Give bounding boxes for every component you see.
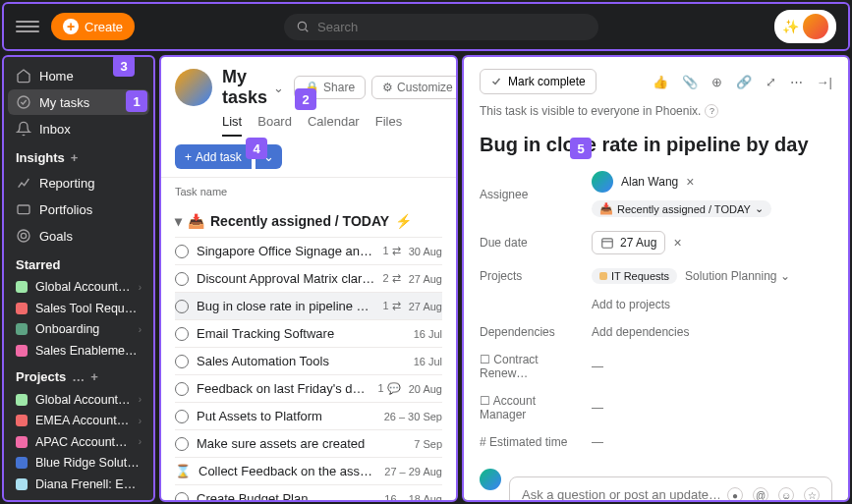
user-avatar[interactable] xyxy=(803,14,828,39)
project-section[interactable]: Solution Planning ⌄ xyxy=(685,269,790,283)
comment-input[interactable] xyxy=(522,487,719,502)
inbox-icon: 📥 xyxy=(599,202,613,215)
task-name: Put Assets to Platform xyxy=(197,409,376,423)
more-icon[interactable]: ⋯ xyxy=(790,75,803,89)
chevron-down-icon[interactable]: ⌄ xyxy=(273,81,284,95)
tour-badge-5: 5 xyxy=(570,138,592,159)
complete-toggle[interactable] xyxy=(175,382,189,396)
starred-item[interactable]: Sales Enablement Library xyxy=(8,341,149,362)
add-dependencies[interactable]: Add dependencies xyxy=(592,325,689,339)
complete-toggle[interactable] xyxy=(175,410,189,423)
complete-toggle[interactable] xyxy=(175,327,189,341)
tour-badge-2: 2 xyxy=(295,88,316,110)
comment-box[interactable]: ● @ ☺ ☆ xyxy=(509,476,832,502)
projects-header[interactable]: Projects … + xyxy=(8,362,149,388)
section-recently-assigned[interactable]: ▾ 📥 Recently assigned / TODAY ⚡ xyxy=(175,205,442,237)
project-item[interactable]: EMEA Account Plans› xyxy=(8,411,149,431)
task-row[interactable]: Sales Automation Tools16 Jul xyxy=(175,347,442,374)
like-icon[interactable]: 👍 xyxy=(653,75,668,89)
due-date-chip[interactable]: 27 Aug xyxy=(592,231,665,254)
check-icon xyxy=(490,76,502,87)
custom-field-value[interactable]: — xyxy=(592,401,603,415)
complete-toggle[interactable] xyxy=(175,437,189,451)
nav-inbox[interactable]: Inbox xyxy=(8,116,149,141)
close-icon[interactable]: →| xyxy=(817,75,832,89)
more-icon[interactable]: … xyxy=(72,369,85,384)
task-row[interactable]: Feedback on last Friday's design team pr… xyxy=(175,374,442,402)
plus-icon[interactable]: + xyxy=(71,150,79,165)
tab-list[interactable]: List xyxy=(222,114,242,137)
fullscreen-icon[interactable]: ⤢ xyxy=(766,75,776,89)
complete-toggle[interactable] xyxy=(175,272,189,286)
add-to-projects[interactable]: Add to projects xyxy=(592,298,670,311)
chevron-right-icon: › xyxy=(139,436,142,447)
nav-reporting[interactable]: Reporting xyxy=(8,170,149,196)
info-icon[interactable]: ? xyxy=(705,104,718,118)
add-task-button[interactable]: +Add task xyxy=(175,144,252,169)
project-item[interactable]: Blue Ridge Solutions - … xyxy=(8,453,149,474)
tour-badge-4: 4 xyxy=(246,138,267,159)
starred-item[interactable]: Sales Tool Requests xyxy=(8,299,149,319)
tab-calendar[interactable]: Calendar xyxy=(308,114,360,137)
complete-toggle[interactable] xyxy=(175,492,189,501)
task-row[interactable]: Discount Approval Matrix clarification2 … xyxy=(175,264,442,292)
project-tag[interactable]: IT Requests xyxy=(592,268,677,284)
assignee-section-tag[interactable]: 📥Recently assigned / TODAY⌄ xyxy=(592,200,771,217)
task-row[interactable]: Put Assets to Platform26 – 30 Sep xyxy=(175,402,442,429)
chevron-right-icon: › xyxy=(139,416,142,426)
task-date: 7 Sep xyxy=(414,438,442,450)
remove-assignee-icon[interactable]: × xyxy=(686,174,694,190)
complete-toggle[interactable] xyxy=(175,245,189,258)
svg-point-2 xyxy=(18,96,29,108)
task-row[interactable]: Create Budget Plan16 – 18 Aug xyxy=(175,484,442,500)
subtask-icon[interactable]: ⊕ xyxy=(711,75,722,89)
task-title[interactable]: Bug in close rate in pipeline by day xyxy=(480,132,832,157)
page-title: My tasks xyxy=(222,67,267,108)
customize-button[interactable]: ⚙Customize xyxy=(371,76,458,99)
nav-goals[interactable]: Goals xyxy=(8,223,149,249)
task-row[interactable]: Singapore Office Signage and Logistics1 … xyxy=(175,237,442,264)
search-box[interactable] xyxy=(284,14,598,40)
profile-avatar[interactable] xyxy=(175,69,212,106)
column-header: Task name xyxy=(175,178,442,205)
tab-files[interactable]: Files xyxy=(375,114,402,137)
menu-icon[interactable] xyxy=(16,15,39,38)
create-button[interactable]: + Create xyxy=(51,13,135,40)
upgrade-pill[interactable]: ✨ xyxy=(774,10,836,43)
complete-toggle[interactable] xyxy=(175,300,189,313)
plus-icon[interactable]: + xyxy=(90,369,98,384)
task-date: 26 – 30 Sep xyxy=(384,411,442,422)
complete-toggle[interactable] xyxy=(175,355,189,368)
project-item[interactable]: Diana Frenell: Enterprise… xyxy=(8,475,149,495)
tab-board[interactable]: Board xyxy=(257,114,292,137)
task-row[interactable]: ⌛Collect Feedback on the assets27 – 29 A… xyxy=(175,457,442,484)
chevron-down-icon: ⌄ xyxy=(780,269,790,283)
remove-date-icon[interactable]: × xyxy=(673,235,681,251)
projects-label: Projects xyxy=(480,269,576,283)
star-icon[interactable]: ☆ xyxy=(804,487,820,502)
record-icon[interactable]: ● xyxy=(727,487,743,502)
at-icon[interactable]: @ xyxy=(753,487,768,502)
task-row[interactable]: Bug in close rate in pipeline by day1 ⇄2… xyxy=(175,292,442,319)
task-row[interactable]: Make sure assets are created7 Sep xyxy=(175,429,442,457)
task-date: 30 Aug xyxy=(409,246,442,257)
starred-item[interactable]: Global Account Man…› xyxy=(8,277,149,298)
project-item[interactable]: APAC Account Plans› xyxy=(8,431,149,452)
custom-field-value[interactable]: — xyxy=(592,360,603,373)
assignee-name[interactable]: Alan Wang xyxy=(621,175,678,189)
nav-portfolios[interactable]: Portfolios xyxy=(8,196,149,222)
project-item[interactable]: Global Account Man…› xyxy=(8,389,149,410)
assignee-avatar[interactable] xyxy=(592,171,613,193)
link-icon[interactable]: 🔗 xyxy=(736,75,752,89)
emoji-icon[interactable]: ☺ xyxy=(778,487,794,502)
task-row[interactable]: Email Tracking Software16 Jul xyxy=(175,319,442,347)
attachment-icon[interactable]: 📎 xyxy=(682,75,698,89)
search-input[interactable] xyxy=(317,20,587,34)
starred-header[interactable]: Starred xyxy=(8,250,149,276)
check-circle-icon xyxy=(16,94,31,110)
chevron-right-icon: › xyxy=(139,394,142,405)
custom-field-value[interactable]: — xyxy=(592,435,603,449)
starred-item[interactable]: Onboarding› xyxy=(8,319,149,340)
insights-header[interactable]: Insights + xyxy=(8,142,149,169)
mark-complete-button[interactable]: Mark complete xyxy=(480,69,596,94)
